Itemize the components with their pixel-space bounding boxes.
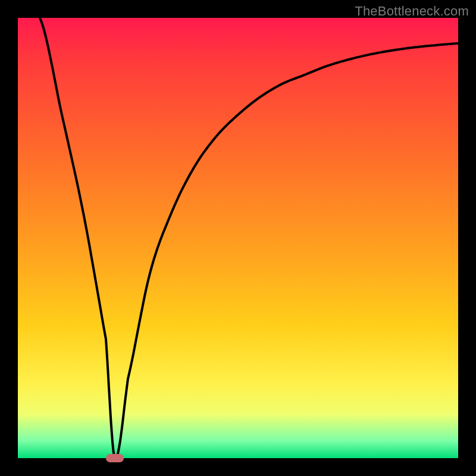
bottleneck-curve <box>18 18 458 458</box>
chart-frame: TheBottleneck.com <box>0 0 476 476</box>
attribution-text: TheBottleneck.com <box>355 4 469 19</box>
optimal-point-marker <box>106 454 124 462</box>
plot-area <box>18 18 458 458</box>
